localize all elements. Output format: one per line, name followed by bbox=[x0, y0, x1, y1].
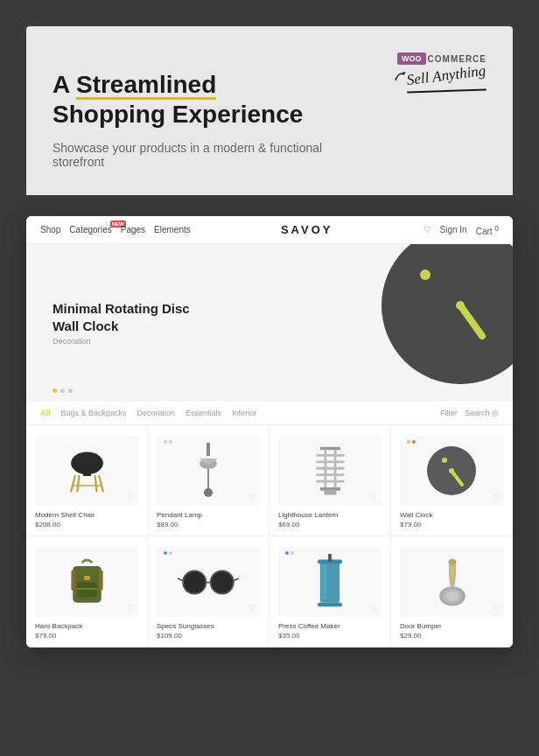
clock-dots bbox=[407, 440, 416, 444]
filter-right: Filter Search ◎ bbox=[440, 409, 499, 417]
lantern-icon bbox=[306, 443, 354, 500]
product-image-chair: ♡ bbox=[35, 436, 138, 506]
product-image-lantern: ♡ bbox=[278, 436, 382, 506]
product-name-clock: Wall Clock bbox=[400, 511, 504, 519]
svg-point-37 bbox=[211, 570, 234, 593]
filter-essentials[interactable]: Essentials bbox=[186, 409, 221, 417]
hero-text: Minimal Rotating DiscWall Clock Decorati… bbox=[52, 300, 190, 346]
svg-line-7 bbox=[71, 476, 75, 491]
wishlist-lantern[interactable]: ♡ bbox=[370, 493, 377, 501]
woo-header: A Streamlined Shopping Experience Showca… bbox=[52, 52, 486, 169]
chair-icon bbox=[63, 447, 111, 495]
filter-decoration[interactable]: Decoration bbox=[137, 409, 176, 417]
headline: A Streamlined Shopping Experience bbox=[52, 52, 346, 129]
wishlist-backpack[interactable]: ♡ bbox=[127, 604, 134, 612]
nav-pages[interactable]: Pages bbox=[121, 225, 145, 234]
hero-title: Minimal Rotating DiscWall Clock bbox=[52, 300, 190, 334]
svg-rect-33 bbox=[76, 582, 96, 597]
nav-categories[interactable]: Categories NEW bbox=[69, 225, 111, 234]
product-image-glasses: ♡ bbox=[157, 547, 260, 617]
hero-subtitle: Decoration bbox=[52, 337, 190, 346]
wishlist-lamp[interactable]: ♡ bbox=[248, 493, 256, 501]
wishlist-chair[interactable]: ♡ bbox=[127, 493, 134, 501]
svg-rect-25 bbox=[324, 490, 336, 494]
product-price-lamp: $89.00 bbox=[157, 521, 260, 528]
svg-rect-44 bbox=[318, 602, 342, 606]
glasses-dots bbox=[164, 551, 172, 555]
wishlist-glasses[interactable]: ♡ bbox=[248, 604, 256, 612]
woo-logo: WOO bbox=[397, 52, 426, 65]
product-card-backpack: ♡ Haro Backpack $79.00 bbox=[26, 536, 148, 648]
filter-btn[interactable]: Filter bbox=[440, 409, 458, 417]
store-name: SAVOY bbox=[191, 223, 424, 236]
svg-rect-32 bbox=[98, 570, 102, 590]
svg-rect-22 bbox=[316, 473, 345, 476]
coffee-dots bbox=[285, 551, 294, 555]
hero-image bbox=[346, 244, 513, 402]
wishlist-coffee[interactable]: ♡ bbox=[370, 604, 377, 612]
product-card-bumper: ♡ Door Bumper $29.00 bbox=[391, 536, 513, 648]
woo-badge-area: WOO COMMERCE Sell Anything bbox=[346, 52, 486, 92]
product-image-coffee: ♡ bbox=[278, 547, 382, 617]
search-btn[interactable]: Search ◎ bbox=[465, 409, 499, 417]
product-card-chair: ♡ Modern Shell Chair $208.00 bbox=[26, 425, 148, 536]
product-image-lamp: ♡ bbox=[157, 436, 260, 506]
product-price-chair: $208.00 bbox=[35, 521, 138, 528]
sell-anything-text: Sell Anything bbox=[406, 62, 487, 89]
subtitle: Showcase your products in a modern & fun… bbox=[52, 141, 346, 169]
svg-line-39 bbox=[178, 578, 183, 581]
hero-dot-2 bbox=[60, 388, 65, 393]
cart-nav[interactable]: Cart 0 bbox=[476, 224, 499, 236]
lamp-icon bbox=[195, 443, 221, 500]
product-price-coffee: $35.00 bbox=[278, 632, 382, 640]
store-nav: Shop Categories NEW Pages Elements SAVOY… bbox=[26, 216, 513, 244]
svg-line-8 bbox=[99, 476, 103, 491]
filter-all[interactable]: All bbox=[40, 409, 51, 417]
product-name-coffee: Press Coffee Maker bbox=[278, 622, 382, 630]
wishlist-nav[interactable]: ♡ bbox=[424, 225, 431, 234]
filter-bags[interactable]: Bags & Backpacks bbox=[61, 409, 127, 417]
product-card-coffee: ♡ Press Coffee Maker $35.00 bbox=[270, 536, 391, 648]
store-nav-right: ♡ Sign In Cart 0 bbox=[424, 224, 499, 236]
svg-point-15 bbox=[204, 488, 213, 497]
signin-nav[interactable]: Sign In bbox=[440, 225, 467, 234]
svg-rect-12 bbox=[206, 443, 210, 456]
sell-anything-wrapper: Sell Anything bbox=[407, 72, 486, 92]
glasses-dot1 bbox=[164, 551, 167, 555]
product-price-bumper: $29.00 bbox=[400, 632, 504, 640]
svg-line-40 bbox=[234, 578, 239, 581]
glasses-dot2 bbox=[169, 551, 172, 555]
svg-rect-20 bbox=[316, 460, 345, 463]
coffee-dot2 bbox=[290, 551, 294, 555]
hero-dot-1 bbox=[52, 388, 57, 393]
product-name-bumper: Door Bumper bbox=[400, 622, 504, 630]
coffee-icon bbox=[312, 554, 347, 611]
glasses-icon bbox=[178, 567, 239, 598]
svg-rect-24 bbox=[319, 487, 340, 491]
svg-rect-6 bbox=[82, 473, 90, 476]
nav-elements[interactable]: Elements bbox=[154, 225, 191, 234]
filter-interior[interactable]: Interior bbox=[232, 409, 256, 417]
product-price-lantern: $69.00 bbox=[278, 521, 382, 528]
wishlist-bumper[interactable]: ♡ bbox=[493, 604, 500, 612]
wall-clock-icon bbox=[424, 443, 480, 500]
svg-rect-14 bbox=[207, 469, 209, 491]
clock-svg bbox=[346, 244, 513, 402]
svg-line-10 bbox=[94, 476, 96, 491]
lamp-dot1 bbox=[164, 440, 167, 444]
woo-badge: WOO COMMERCE bbox=[346, 52, 486, 65]
wishlist-clock[interactable]: ♡ bbox=[493, 493, 500, 501]
svg-rect-16 bbox=[319, 446, 340, 450]
backpack-icon bbox=[63, 554, 111, 611]
svg-rect-43 bbox=[328, 554, 332, 562]
svg-line-9 bbox=[77, 476, 79, 491]
lamp-dots bbox=[164, 440, 172, 444]
product-card-lamp: ♡ Pendant Lamp $89.00 bbox=[148, 425, 270, 536]
svg-point-36 bbox=[183, 570, 206, 593]
product-image-backpack: ♡ bbox=[35, 547, 138, 617]
nav-shop[interactable]: Shop bbox=[40, 225, 60, 234]
coffee-dot1 bbox=[285, 551, 289, 555]
product-image-clock: ♡ bbox=[400, 436, 504, 506]
clock-dot2 bbox=[412, 440, 416, 444]
hero-dot-3 bbox=[68, 388, 73, 393]
